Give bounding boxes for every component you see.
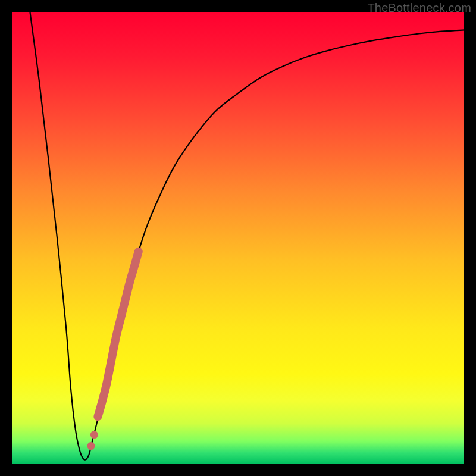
overlay-dot [87, 442, 95, 450]
overlay-dot [90, 431, 98, 439]
chart-svg [12, 12, 464, 464]
chart-frame: TheBottleneck.com [0, 0, 476, 476]
gradient-background [12, 12, 464, 464]
plot-area [12, 12, 464, 464]
